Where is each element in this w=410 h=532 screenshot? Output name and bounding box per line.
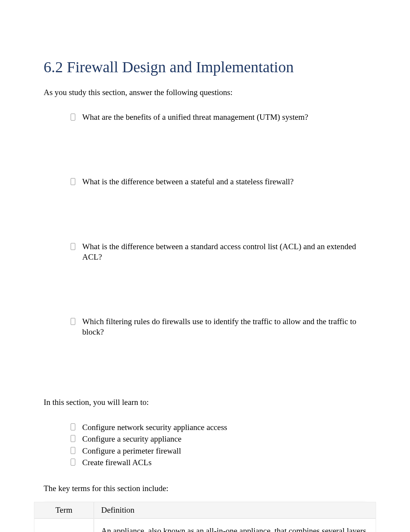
intro-paragraph: As you study this section, answer the fo… [44,88,366,97]
definition-cell: An appliance, also known as an all-in-on… [94,518,376,532]
bullet-icon [71,114,75,121]
table-header-definition: Definition [94,502,376,518]
question-text: Which filtering rules do firewalls use t… [82,316,366,338]
bullet-icon [71,447,75,454]
bullet-icon [71,435,75,442]
list-item: Configure network security appliance acc… [71,422,366,433]
bullet-icon [71,423,75,430]
list-item: Configure a perimeter firewall [71,445,366,457]
learn-text: Create firewall ACLs [82,457,366,468]
question-list: What are the benefits of a unified threa… [44,112,366,338]
list-item: What is the difference between a statefu… [71,177,366,187]
bullet-icon [71,243,75,250]
question-text: What is the difference between a statefu… [82,177,366,187]
list-item: Which filtering rules do firewalls use t… [71,316,366,338]
learn-list: Configure network security appliance acc… [44,422,366,469]
list-item: Create firewall ACLs [71,457,366,468]
bullet-icon [71,178,75,185]
bullet-icon [71,318,75,325]
learn-intro-paragraph: In this section, you will learn to: [44,398,366,407]
learn-text: Configure a perimeter firewall [82,445,366,457]
terms-table-container: Term Definition UTM An appliance, also k… [44,502,366,532]
table-header-row: Term Definition [34,502,376,518]
list-item: Configure a security appliance [71,433,366,445]
terms-table: Term Definition UTM An appliance, also k… [34,502,376,532]
list-item: What are the benefits of a unified threa… [71,112,366,122]
section-heading: 6.2 Firewall Design and Implementation [44,58,366,76]
question-text: What are the benefits of a unified threa… [82,112,366,122]
term-cell: UTM [34,518,94,532]
table-row: UTM An appliance, also known as an all-i… [34,518,376,532]
learn-text: Configure a security appliance [82,433,366,445]
question-text: What is the difference between a standar… [82,241,366,263]
list-item: What is the difference between a standar… [71,241,366,263]
table-header-term: Term [34,502,94,518]
learn-text: Configure network security appliance acc… [82,422,366,433]
bullet-icon [71,459,75,466]
key-terms-intro: The key terms for this section include: [44,484,366,493]
